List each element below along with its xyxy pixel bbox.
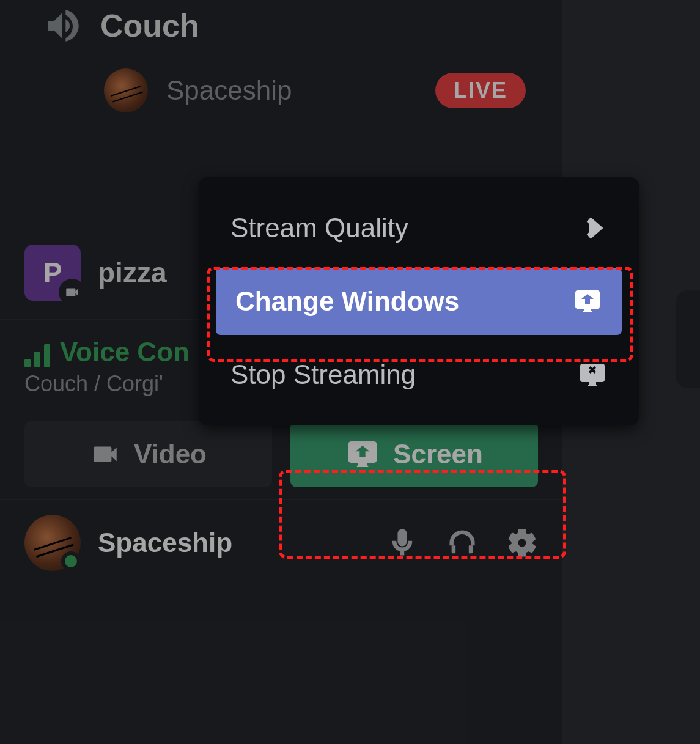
activity-app-icon: P (24, 245, 81, 301)
screen-button-label: Screen (393, 439, 483, 470)
stream-context-menu: Stream Quality Change Windows Stop Strea… (199, 177, 639, 425)
chevron-right-icon (578, 213, 607, 243)
member-name: Spaceship (166, 75, 292, 106)
settings-gear-icon[interactable] (506, 527, 538, 559)
stop-stream-icon (578, 360, 607, 389)
screen-share-icon (345, 437, 380, 471)
user-name[interactable]: Spaceship (98, 528, 232, 558)
video-button[interactable]: Video (24, 421, 272, 487)
streaming-indicator-icon (59, 279, 86, 306)
mute-mic-icon[interactable] (386, 527, 418, 559)
member-avatar (104, 68, 148, 112)
activity-name: pizza (98, 256, 166, 289)
channel-name: Couch (100, 7, 199, 44)
camera-icon (90, 439, 120, 470)
user-avatar[interactable] (24, 515, 81, 571)
menu-item-change-windows[interactable]: Change Windows (216, 268, 622, 335)
channel-member-row[interactable]: Spaceship LIVE (0, 57, 562, 131)
signal-bars-icon (24, 343, 50, 367)
menu-label-stream-quality: Stream Quality (230, 213, 408, 243)
live-badge: LIVE (435, 73, 526, 108)
menu-label-change-windows: Change Windows (235, 286, 459, 317)
screen-share-icon (573, 287, 602, 316)
online-status-dot (61, 551, 81, 571)
voice-connected-label: Voice Con (60, 337, 190, 367)
user-panel: Spaceship (0, 500, 562, 586)
screen-share-button[interactable]: Screen (290, 421, 538, 487)
menu-item-stream-quality[interactable]: Stream Quality (211, 194, 627, 262)
video-button-label: Video (134, 439, 207, 470)
activity-app-letter: P (43, 256, 62, 289)
menu-label-stop-streaming: Stop Streaming (230, 359, 416, 390)
deafen-headphones-icon[interactable] (446, 527, 478, 559)
speaker-icon (43, 6, 82, 45)
menu-item-stop-streaming[interactable]: Stop Streaming (211, 341, 627, 408)
voice-channel-header[interactable]: Couch (0, 0, 562, 57)
